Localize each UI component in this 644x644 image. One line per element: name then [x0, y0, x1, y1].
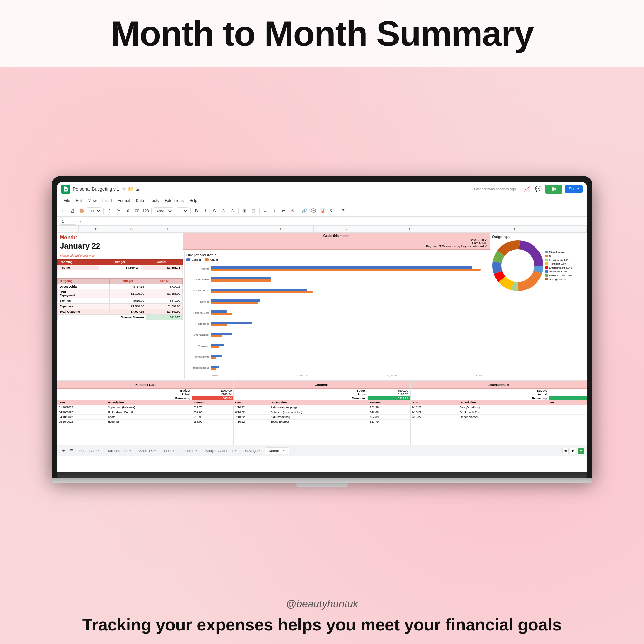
format123-icon[interactable]: 123: [142, 207, 149, 215]
nav-next-button[interactable]: ▶: [570, 448, 576, 454]
tab-arrow: ▾: [98, 449, 99, 452]
groc-col-date: Date: [234, 400, 269, 405]
legend-budget: Budget: [186, 258, 201, 261]
tab-budget-calc[interactable]: Budget Calculator ▾: [202, 448, 240, 454]
col-header-e: E: [185, 226, 249, 232]
groceries-panel: Groceries Budget £500.00 Actual: [234, 381, 410, 445]
textcolor-icon[interactable]: A: [229, 207, 236, 215]
border-icon[interactable]: ⊞: [241, 207, 248, 215]
nav-prev-button[interactable]: ◀: [562, 448, 569, 454]
menu-data[interactable]: Data: [133, 198, 147, 204]
dd-budget: £717.15: [110, 284, 146, 289]
paint-icon[interactable]: 🎨: [78, 207, 86, 215]
chart2-icon[interactable]: 📊: [318, 207, 326, 215]
ent-remaining: [549, 396, 587, 400]
th-incoming: Incoming: [58, 260, 99, 265]
donut-svg: [492, 240, 544, 291]
strikethrough-icon[interactable]: S: [211, 207, 218, 215]
donut-center: [503, 251, 532, 280]
list-item: 05/10/2022 Hygenist £55.00: [57, 420, 233, 424]
align-left-icon[interactable]: ≡: [261, 207, 269, 215]
meet-button[interactable]: [545, 185, 562, 194]
tab-debt[interactable]: Debt ▾: [160, 448, 178, 454]
edit-note-cell: Please edit white cells only: [57, 251, 183, 259]
link-icon[interactable]: 🔗: [300, 207, 308, 215]
tab-sheet13[interactable]: Sheet13 ▾: [136, 448, 159, 454]
ent-col-desc: Description: [459, 400, 549, 405]
total-label: Total Outgoing: [58, 309, 110, 315]
bar-chart-rows: Income Direct Debits: [186, 263, 486, 374]
filter-icon[interactable]: ⊽: [327, 207, 335, 215]
groc-title: Groceries: [315, 383, 330, 387]
decimal-icon[interactable]: .0: [124, 207, 131, 215]
sheet-list-button[interactable]: ☰: [68, 448, 75, 454]
header-banner: Month to Month Summary: [0, 0, 644, 67]
separator-5: [238, 208, 239, 214]
star-icon[interactable]: ☆: [122, 186, 126, 192]
folder-icon[interactable]: 📁: [128, 186, 133, 192]
print-icon[interactable]: 🖨: [69, 207, 77, 215]
col-header-c: C: [114, 226, 149, 232]
share-button[interactable]: Share: [565, 185, 583, 193]
font-size-select[interactable]: 10: [177, 207, 188, 214]
sheets-top-bar: Personal Budgeting v.1 ☆ 📁 ☁ Last edit w…: [57, 182, 587, 196]
percent-icon[interactable]: %: [115, 207, 122, 215]
tab-income[interactable]: Income ▾: [179, 448, 201, 454]
menu-format[interactable]: Format: [115, 198, 133, 204]
menu-extensions[interactable]: Extensions: [162, 198, 186, 204]
tab-direct-debits[interactable]: Direct Debits ▾: [104, 448, 135, 454]
add-sheet-button[interactable]: +: [60, 447, 68, 455]
cloud-icon[interactable]: ☁: [135, 186, 140, 192]
function-icon[interactable]: Σ: [339, 207, 347, 215]
groc-remaining-row: Remaining £313.24: [234, 396, 410, 400]
menu-edit[interactable]: Edit: [73, 198, 85, 204]
page-title: Month to Month Summary: [19, 13, 625, 54]
separator-3: [175, 208, 175, 214]
menu-view[interactable]: View: [86, 198, 99, 204]
laptop-bezel: Personal Budgeting v.1 ☆ 📁 ☁ Last edit w…: [52, 176, 592, 478]
goals-title: Goals this month: [185, 234, 487, 238]
legend-actual: Actual: [205, 258, 218, 261]
list-item: 7/10/22 Dance classes: [411, 415, 587, 420]
tab-dashboard[interactable]: Dashboard ▾: [75, 448, 103, 454]
legend-groceries: Groceries 8.0%: [545, 270, 572, 273]
menu-file[interactable]: File: [61, 198, 72, 204]
cell-reference[interactable]: [60, 218, 76, 225]
menu-help[interactable]: Help: [187, 198, 200, 204]
zoom-select[interactable]: 90%: [87, 207, 101, 214]
pc-actual: £265.74: [192, 393, 234, 396]
undo-icon[interactable]: ↩: [60, 207, 68, 215]
ent-col-header: Date Description Am...: [411, 400, 587, 405]
legend-budget-color: [186, 258, 190, 261]
bar-misc: Miscellaneous: [186, 366, 486, 370]
formula-input[interactable]: [84, 219, 584, 223]
sheet-nav: ◀ ▶ +: [562, 448, 584, 454]
legend-investments: Investments 4.2%: [545, 259, 572, 261]
rotate-icon[interactable]: ⟲: [289, 207, 296, 215]
legend-actual-color: [205, 258, 209, 261]
list-item: 01/10/2022 Superdrug (toiletries) £12.76: [57, 405, 233, 410]
th-actual2: Actual: [146, 279, 183, 284]
comment-icon[interactable]: 💬: [534, 185, 543, 194]
laptop-foot: [296, 483, 348, 487]
table-row: DebtRepayment £1,125.00 £1,155.00: [58, 289, 183, 298]
sheets-add-button[interactable]: +: [578, 448, 584, 454]
italic-icon[interactable]: I: [202, 207, 209, 215]
comment2-icon[interactable]: 💬: [309, 207, 317, 215]
fx-icon: fx: [79, 219, 81, 223]
align-icon[interactable]: ↕: [270, 207, 278, 215]
merge-icon[interactable]: ⊟: [250, 207, 257, 215]
wrap-icon[interactable]: ⇌: [279, 207, 287, 215]
font-select[interactable]: Arial: [154, 207, 173, 214]
underline-icon[interactable]: A: [220, 207, 227, 215]
legend-di: Di...: [545, 255, 572, 258]
currency-icon[interactable]: £: [106, 207, 113, 215]
menu-tools[interactable]: Tools: [147, 198, 161, 204]
tab-month1[interactable]: Month 1 ▾: [265, 447, 289, 454]
tab-savings[interactable]: Savings ▾: [241, 448, 264, 454]
menu-insert[interactable]: Insert: [100, 198, 115, 204]
decimal2-icon[interactable]: .00: [133, 207, 140, 215]
chart-icon[interactable]: 📈: [522, 185, 531, 194]
bold-icon[interactable]: B: [193, 207, 200, 215]
total-budget: £4,007.15: [110, 309, 146, 315]
